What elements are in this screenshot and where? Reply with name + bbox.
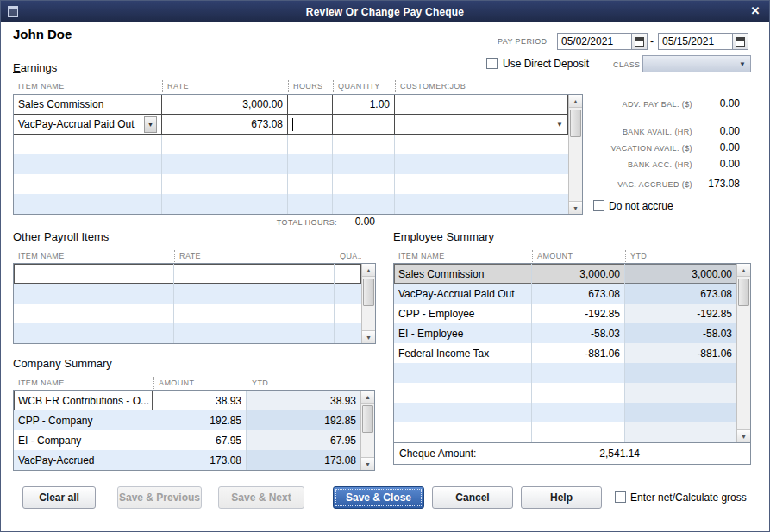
other-payroll-scrollbar[interactable]: ▲ ▼ bbox=[361, 264, 375, 343]
do-not-accrue-checkbox[interactable] bbox=[593, 200, 604, 211]
amount-cell[interactable]: 673.08 bbox=[532, 284, 625, 304]
item-dropdown-icon[interactable]: ▼ bbox=[144, 116, 157, 133]
item-name-cell[interactable] bbox=[394, 383, 532, 403]
employee-summary-row[interactable]: EI - Employee -58.03 -58.03 bbox=[394, 323, 736, 343]
earnings-empty-row[interactable] bbox=[14, 194, 568, 214]
earnings-row[interactable]: Sales Commission 3,000.00 1.00 bbox=[14, 95, 568, 115]
company-summary-row[interactable]: VacPay-Accrued 173.08 173.08 bbox=[14, 450, 360, 470]
quantity-cell[interactable] bbox=[335, 323, 361, 343]
company-summary-row[interactable]: WCB ER Contributions - O... 38.93 38.93 bbox=[14, 391, 360, 410]
amount-cell[interactable] bbox=[532, 403, 625, 422]
quantity-cell[interactable] bbox=[335, 304, 361, 323]
item-name-cell[interactable] bbox=[394, 363, 532, 383]
rate-cell[interactable] bbox=[162, 194, 288, 214]
other-payroll-empty-row[interactable] bbox=[14, 323, 361, 343]
item-name-cell[interactable]: EI - Employee bbox=[394, 323, 532, 343]
amount-cell[interactable]: -58.03 bbox=[532, 323, 625, 343]
item-name-cell[interactable] bbox=[394, 422, 532, 442]
scroll-down-icon[interactable]: ▼ bbox=[569, 201, 582, 214]
employee-summary-row[interactable]: Sales Commission 3,000.00 3,000.00 bbox=[394, 264, 736, 284]
amount-cell[interactable]: -192.85 bbox=[532, 304, 625, 323]
amount-cell[interactable]: 3,000.00 bbox=[532, 264, 625, 284]
quantity-cell[interactable] bbox=[333, 135, 395, 154]
save-next-button[interactable]: Save & Next bbox=[218, 486, 304, 509]
earnings-row[interactable]: VacPay-Accrual Paid Out▼ 673.08 ▼ bbox=[14, 115, 568, 135]
rate-cell[interactable] bbox=[162, 135, 288, 154]
hours-cell[interactable] bbox=[288, 135, 333, 154]
item-name-cell[interactable] bbox=[14, 304, 174, 323]
item-name-cell[interactable]: VacPay-Accrued bbox=[14, 450, 153, 470]
company-summary-scrollbar[interactable]: ▲ ▼ bbox=[360, 391, 374, 470]
item-name-cell[interactable] bbox=[394, 403, 532, 422]
pay-period-end-value[interactable]: 05/15/2021 bbox=[659, 35, 732, 47]
enter-net-checkbox[interactable] bbox=[615, 491, 626, 503]
scrollbar-thumb[interactable] bbox=[738, 279, 749, 306]
item-name-cell[interactable] bbox=[14, 323, 174, 343]
item-name-cell[interactable]: WCB ER Contributions - O... bbox=[14, 391, 153, 410]
help-button[interactable]: Help bbox=[521, 486, 602, 509]
amount-cell[interactable]: 173.08 bbox=[153, 450, 247, 470]
rate-cell[interactable] bbox=[174, 323, 335, 343]
employee-summary-empty-row[interactable] bbox=[394, 383, 736, 403]
item-name-cell[interactable]: CPP - Employee bbox=[394, 304, 532, 323]
pay-period-start-value[interactable]: 05/02/2021 bbox=[558, 35, 631, 47]
quantity-cell[interactable] bbox=[333, 115, 395, 135]
amount-cell[interactable]: 192.85 bbox=[153, 410, 247, 430]
pay-period-start-field[interactable]: 05/02/2021 bbox=[557, 33, 648, 50]
scrollbar-track[interactable] bbox=[737, 277, 750, 429]
item-name-cell[interactable] bbox=[14, 284, 174, 304]
item-name-cell[interactable]: Federal Income Tax bbox=[394, 343, 532, 363]
chevron-down-icon[interactable]: ▼ bbox=[556, 121, 563, 128]
customer-job-cell[interactable] bbox=[395, 95, 568, 115]
calendar-icon[interactable] bbox=[631, 34, 647, 49]
close-icon[interactable]: ✕ bbox=[748, 3, 763, 19]
scroll-up-icon[interactable]: ▲ bbox=[361, 391, 374, 404]
scroll-down-icon[interactable]: ▼ bbox=[362, 330, 375, 343]
employee-summary-row[interactable]: Federal Income Tax -881.06 -881.06 bbox=[394, 343, 736, 363]
rate-cell[interactable] bbox=[162, 174, 288, 194]
customer-job-cell[interactable] bbox=[395, 194, 568, 214]
item-name-cell[interactable] bbox=[14, 194, 162, 214]
scrollbar-track[interactable] bbox=[362, 277, 375, 330]
employee-summary-scrollbar[interactable]: ▲ ▼ bbox=[736, 264, 750, 442]
save-close-button[interactable]: Save & Close bbox=[333, 486, 424, 509]
clear-all-button[interactable]: Clear all bbox=[22, 486, 96, 509]
rate-cell[interactable]: 3,000.00 bbox=[162, 95, 288, 115]
rate-cell[interactable] bbox=[174, 284, 335, 304]
earnings-empty-row[interactable] bbox=[14, 154, 568, 174]
scrollbar-thumb[interactable] bbox=[363, 279, 374, 306]
employee-summary-empty-row[interactable] bbox=[394, 422, 736, 442]
employee-summary-empty-row[interactable] bbox=[394, 363, 736, 383]
calendar-icon[interactable] bbox=[732, 34, 748, 49]
quantity-cell[interactable]: 1.00 bbox=[333, 95, 395, 115]
quantity-cell[interactable] bbox=[333, 174, 395, 194]
hours-cell[interactable] bbox=[288, 115, 333, 135]
amount-cell[interactable]: 67.95 bbox=[153, 430, 247, 450]
item-name-cell[interactable]: Sales Commission bbox=[14, 95, 162, 115]
item-name-cell[interactable] bbox=[14, 174, 162, 194]
amount-cell[interactable]: -881.06 bbox=[532, 343, 625, 363]
employee-summary-row[interactable]: VacPay-Accrual Paid Out 673.08 673.08 bbox=[394, 284, 736, 304]
quantity-cell[interactable] bbox=[333, 194, 395, 214]
item-name-cell[interactable]: VacPay-Accrual Paid Out bbox=[394, 284, 532, 304]
item-name-cell[interactable]: CPP - Company bbox=[14, 410, 153, 430]
rate-cell[interactable] bbox=[174, 264, 335, 284]
customer-job-cell[interactable] bbox=[395, 135, 568, 154]
save-previous-button[interactable]: Save & Previous bbox=[117, 486, 202, 509]
scrollbar-thumb[interactable] bbox=[362, 405, 373, 433]
scroll-up-icon[interactable]: ▲ bbox=[362, 264, 375, 277]
employee-summary-row[interactable]: CPP - Employee -192.85 -192.85 bbox=[394, 304, 736, 323]
earnings-empty-row[interactable] bbox=[14, 135, 568, 154]
hours-cell[interactable] bbox=[288, 194, 333, 214]
other-payroll-empty-row[interactable] bbox=[14, 284, 361, 304]
scroll-down-icon[interactable]: ▼ bbox=[361, 457, 374, 470]
item-name-cell[interactable]: VacPay-Accrual Paid Out▼ bbox=[14, 115, 162, 135]
item-name-cell[interactable]: EI - Company bbox=[14, 430, 153, 450]
rate-cell[interactable] bbox=[174, 304, 335, 323]
other-payroll-empty-row[interactable] bbox=[14, 304, 361, 323]
item-name-cell[interactable]: Sales Commission bbox=[394, 264, 532, 284]
earnings-empty-row[interactable] bbox=[14, 174, 568, 194]
earnings-scrollbar[interactable]: ▲ ▼ bbox=[568, 95, 582, 214]
rate-cell[interactable]: 673.08 bbox=[162, 115, 288, 135]
amount-cell[interactable] bbox=[532, 422, 625, 442]
